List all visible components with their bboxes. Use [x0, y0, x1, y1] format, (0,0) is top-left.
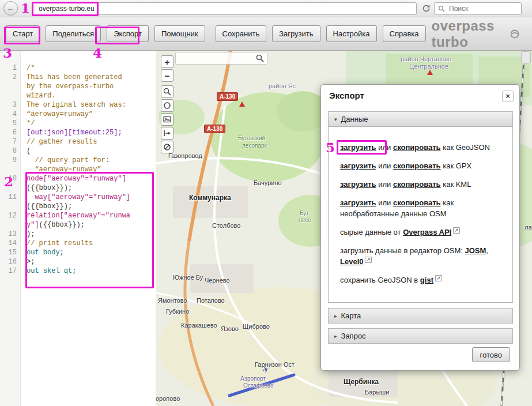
dialog-link[interactable]: скопировать: [393, 180, 441, 189]
close-button[interactable]: ×: [502, 91, 514, 102]
code-line: The original search was:: [21, 100, 126, 110]
refresh-button[interactable]: [419, 3, 432, 14]
circle-icon: [163, 102, 171, 110]
code-line: node["aeroway"="runway"]: [21, 174, 126, 183]
code-row: ({{bbox}});: [0, 183, 156, 193]
toolbar-button-helper[interactable]: Помощник: [154, 25, 205, 42]
toolbar-button-settings[interactable]: Настройка: [326, 25, 377, 42]
code-row: ({{bbox}});: [0, 202, 156, 211]
browser-search-box[interactable]: [434, 2, 522, 15]
map-circle-button[interactable]: [161, 99, 173, 112]
dialog-link[interactable]: загрузить: [340, 143, 376, 152]
section-data[interactable]: ▾Данные: [328, 111, 513, 127]
caret-right-icon: ▸: [334, 333, 337, 339]
map-label: оропово: [156, 395, 180, 402]
dialog-title: Экспорт: [329, 91, 364, 100]
line-number: 15: [0, 248, 21, 257]
line-number: 13: [0, 230, 21, 239]
map-locate-button[interactable]: [161, 85, 173, 98]
section-label: Запрос: [341, 332, 366, 340]
line-number: 17: [0, 266, 21, 276]
code-row: 14// print results: [0, 239, 156, 248]
line-number: 8: [0, 146, 21, 156]
line-number: [0, 82, 21, 91]
dialog-row: загрузить или скопировать как KML: [340, 179, 503, 190]
code-line: y"]({{bbox}});: [21, 220, 85, 230]
dialog-link[interactable]: загрузить: [340, 180, 376, 189]
map-label: лесопарк: [242, 142, 267, 149]
dialog-text: необработанные данные OSM: [340, 209, 447, 218]
dialog-text: как GeoJSON: [441, 143, 490, 152]
map-label: район Яс: [269, 82, 296, 89]
code-line: way["aeroway"="runway"]: [21, 193, 130, 202]
toolbar-button-share[interactable]: Поделиться: [46, 25, 101, 42]
dialog-link[interactable]: скопировать: [393, 143, 441, 152]
scrollbar-thumb[interactable]: [521, 51, 531, 63]
dialog-link[interactable]: загрузить: [340, 198, 376, 207]
code-line: */: [21, 119, 35, 128]
code-line: >;: [21, 257, 35, 266]
zoom-out-button[interactable]: −: [161, 69, 173, 82]
map-measure-button[interactable]: [161, 127, 173, 140]
map-image-button[interactable]: [161, 113, 173, 126]
no-entry-icon: [163, 143, 171, 151]
code-row: 5*/: [0, 119, 156, 128]
section-query[interactable]: ▸Запрос: [328, 328, 513, 344]
dialog-text: как GPX: [441, 161, 472, 170]
zoom-in-button[interactable]: +: [161, 55, 173, 68]
road-ref-badge: А-130: [217, 92, 238, 101]
map-search-box[interactable]: [175, 52, 267, 65]
dialog-link[interactable]: gist: [420, 276, 433, 284]
dialog-row: загрузить данные в редактор OSM: JOSM,Le…: [340, 245, 503, 267]
map-label: район Чертаново: [401, 55, 451, 62]
toolbar-button-start[interactable]: Старт: [6, 25, 40, 42]
zoom-controls: + −: [161, 55, 173, 82]
code-line: This has been generated: [21, 73, 122, 82]
code-row: “aeroway=runway”: [0, 165, 156, 174]
dialog-text: ,: [486, 246, 488, 255]
section-map[interactable]: ▸Карта: [328, 308, 513, 324]
code-row: y"]({{bbox}});: [0, 220, 156, 230]
line-number: [0, 165, 21, 174]
toolbar-button-help[interactable]: Справка: [383, 25, 426, 42]
dialog-link[interactable]: загрузить: [340, 161, 376, 170]
dialog-link[interactable]: Overpass API: [403, 228, 451, 236]
forward-arrow-icon: →: [21, 3, 29, 13]
overpass-turbo-logo: overpass turbo: [432, 18, 519, 50]
code-line: ({{bbox}});: [21, 183, 72, 193]
line-number: 16: [0, 257, 21, 266]
code-line: // print results: [21, 239, 93, 248]
close-icon: ×: [505, 92, 510, 100]
browser-search-input[interactable]: [448, 4, 511, 13]
map-label: Потапово: [197, 297, 225, 304]
code-row: 12relation["aeroway"="runwa: [0, 211, 156, 220]
dialog-link[interactable]: JOSM: [465, 246, 486, 255]
map-label: ла: [525, 224, 532, 231]
map-label: Барыши: [365, 389, 389, 396]
line-number: 4: [0, 110, 21, 119]
dialog-accordion: ▾Данныезагрузить или скопировать как Geo…: [328, 111, 513, 344]
code-row: 8(: [0, 146, 156, 156]
forward-button[interactable]: →: [21, 3, 29, 13]
editor-code: 1/*2This has been generatedby the overpa…: [0, 51, 156, 276]
dialog-link[interactable]: скопировать: [393, 198, 441, 207]
query-editor[interactable]: 1/*2This has been generatedby the overpa…: [0, 51, 156, 406]
toolbar-button-save[interactable]: Сохранить: [216, 25, 267, 42]
dialog-link[interactable]: скопировать: [393, 161, 441, 170]
line-number: 14: [0, 239, 21, 248]
line-number: [0, 202, 21, 211]
code-row: 2This has been generated: [0, 73, 156, 82]
map-label: Коммунарка: [189, 194, 231, 202]
map-disable-button[interactable]: [161, 141, 173, 153]
dialog-text: как: [441, 198, 454, 207]
done-button[interactable]: готово: [472, 347, 510, 362]
dialog-link[interactable]: Level0: [340, 257, 363, 266]
line-number: 3: [0, 100, 21, 110]
url-input[interactable]: [32, 2, 417, 15]
back-button[interactable]: ←: [3, 1, 18, 16]
toolbar-button-export[interactable]: Экспорт: [107, 25, 149, 42]
line-number: 9: [0, 156, 21, 165]
map-label: Бачурино: [254, 179, 282, 186]
toolbar-button-load[interactable]: Загрузить: [272, 25, 320, 42]
caret-down-icon: ▾: [334, 116, 337, 122]
